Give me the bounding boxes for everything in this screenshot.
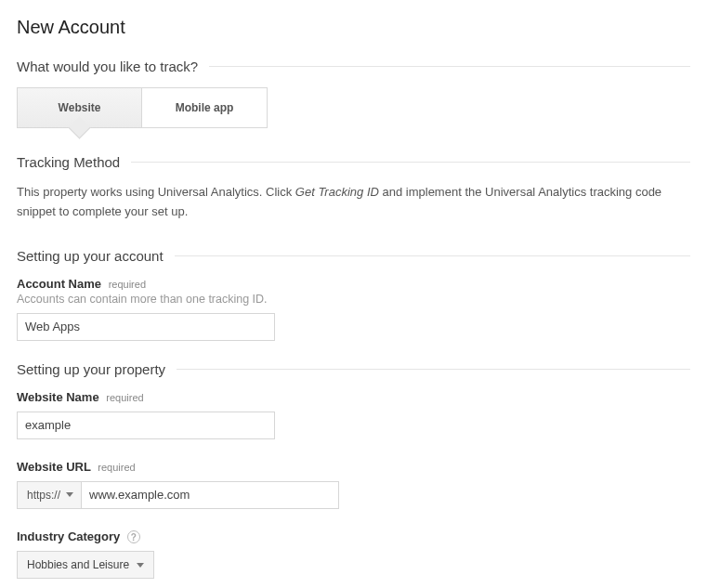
tab-mobile-label: Mobile app	[176, 101, 234, 114]
divider	[177, 369, 690, 370]
account-name-block: Account Name required Accounts can conta…	[17, 277, 690, 341]
chevron-down-icon	[137, 563, 144, 568]
industry-category-select[interactable]: Hobbies and Leisure	[17, 551, 154, 579]
protocol-select[interactable]: https://	[17, 481, 81, 509]
divider	[131, 162, 690, 163]
industry-category-label: Industry Category ?	[17, 529, 690, 544]
website-name-label-text: Website Name	[17, 390, 99, 404]
tracking-method-description: This property works using Universal Anal…	[17, 183, 690, 222]
desc-before: This property works using Universal Anal…	[17, 185, 295, 199]
industry-category-block: Industry Category ? Hobbies and Leisure	[17, 529, 690, 580]
tracking-method-header: Tracking Method	[17, 154, 690, 170]
chevron-down-icon	[66, 492, 73, 497]
account-name-label-text: Account Name	[17, 277, 101, 291]
account-section-header: Setting up your account	[17, 248, 690, 264]
tracking-method-heading: Tracking Method	[17, 154, 131, 170]
tab-website-label: Website	[59, 101, 101, 114]
website-url-label: Website URL required	[17, 460, 690, 474]
protocol-value: https://	[27, 489, 60, 502]
tab-website[interactable]: Website	[17, 87, 142, 128]
account-name-hint: Accounts can contain more than one track…	[17, 293, 690, 306]
track-question-text: What would you like to track?	[17, 59, 209, 74]
required-tag: required	[106, 392, 143, 403]
industry-category-value: Hobbies and Leisure	[27, 558, 129, 571]
required-tag: required	[98, 462, 135, 473]
page-title: New Account	[17, 17, 690, 38]
website-url-input[interactable]	[81, 481, 339, 509]
account-name-label: Account Name required	[17, 277, 690, 291]
industry-category-label-text: Industry Category	[17, 529, 120, 543]
track-question-header: What would you like to track?	[17, 59, 690, 74]
website-name-input[interactable]	[17, 412, 275, 439]
website-name-block: Website Name required	[17, 390, 690, 439]
account-name-input[interactable]	[17, 313, 275, 341]
website-url-block: Website URL required https://	[17, 460, 690, 509]
tab-mobile-app[interactable]: Mobile app	[142, 87, 268, 128]
property-section-heading: Setting up your property	[17, 361, 177, 377]
divider	[209, 66, 690, 67]
help-icon[interactable]: ?	[127, 530, 140, 543]
required-tag: required	[109, 279, 146, 290]
url-row: https://	[17, 481, 690, 509]
account-section-heading: Setting up your account	[17, 248, 175, 264]
website-url-label-text: Website URL	[17, 460, 91, 474]
property-section-header: Setting up your property	[17, 361, 690, 377]
desc-emphasis: Get Tracking ID	[295, 185, 379, 199]
divider	[175, 255, 690, 256]
website-name-label: Website Name required	[17, 390, 690, 404]
track-type-tabs: Website Mobile app	[17, 87, 690, 128]
